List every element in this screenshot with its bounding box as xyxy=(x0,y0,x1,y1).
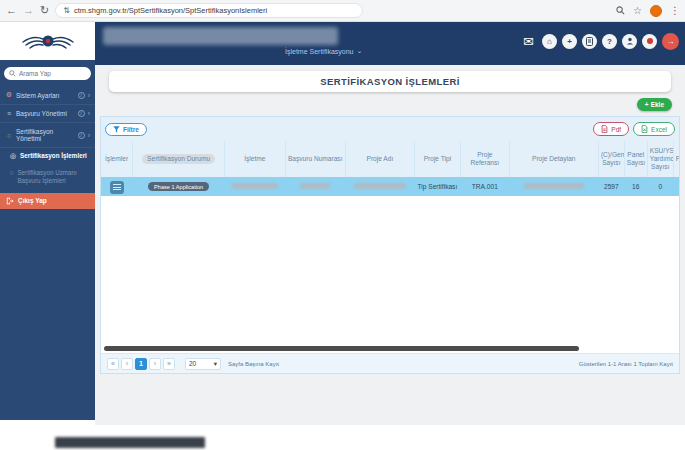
pagination-page-1[interactable]: 1 xyxy=(135,358,147,370)
filter-icon xyxy=(113,126,120,133)
browser-menu-icon[interactable]: ⋮ xyxy=(670,5,679,16)
pagination-last-button[interactable]: » xyxy=(163,358,175,370)
app-header: İşletme Sertifikasyonu ⌄ ✉ ⌂ + ? → xyxy=(0,22,685,60)
col-header-ksu-ysu-sayisi[interactable]: KSU/YSU Yardımcı Sayısı xyxy=(647,141,673,177)
col-header-islemler[interactable]: İşlemler xyxy=(101,141,133,177)
help-button[interactable]: ? xyxy=(602,34,617,49)
cell-ksu-ysu-sayisi: 0 xyxy=(647,177,673,196)
cell-isletme xyxy=(225,177,285,196)
chevron-right-icon: › xyxy=(88,132,90,139)
page-title: SERTİFİKASYON İŞLEMLERİ xyxy=(109,71,671,92)
user-icon xyxy=(626,37,634,45)
sidebar-item-sertifikasyon-yonetimi[interactable]: ○ Sertifikasyon Yönetimi i › xyxy=(0,123,95,148)
header-strip xyxy=(95,60,685,65)
sidebar-subitem-label: Sertifikasyon Uzmanı Başvuru İşlemleri xyxy=(17,169,91,186)
sidebar-item-basvuru-yonetimi[interactable]: ≡ Başvuru Yönetimi i › xyxy=(0,105,95,123)
cell-proje-adi xyxy=(345,177,414,196)
page-size-label: Sayfa Başına Kayıt xyxy=(228,361,279,367)
sidebar-search[interactable] xyxy=(4,67,91,80)
excel-button-label: Excel xyxy=(651,126,667,133)
url-text: ctm.shgm.gov.tr/SptSertifikasyon/SptSert… xyxy=(74,6,267,15)
col-header-c-gene-sayisi[interactable]: (C)/Gene.. Sayısı xyxy=(598,141,624,177)
col-header-proje-adi[interactable]: Proje Adı xyxy=(345,141,414,177)
pagination-prev-button[interactable]: ‹ xyxy=(121,358,133,370)
cell-proje-detaylari xyxy=(509,177,598,196)
caret-down-icon: ▾ xyxy=(214,360,217,368)
search-icon xyxy=(9,70,16,77)
logout-button-header[interactable]: → xyxy=(662,33,679,50)
col-header-proje-tipi[interactable]: Proje Tipi xyxy=(414,141,460,177)
browser-search-icon[interactable] xyxy=(616,6,625,15)
pdf-export-button[interactable]: Pdf xyxy=(593,122,629,136)
row-actions-button[interactable] xyxy=(110,181,124,194)
pagination-first-button[interactable]: « xyxy=(107,358,119,370)
add-button[interactable]: + Ekle xyxy=(637,98,672,111)
logout-button[interactable]: Çıkış Yap xyxy=(0,193,95,209)
redacted-taskbar-fragment xyxy=(55,437,205,448)
sidebar-subitem-label: Sertifikasyon İşlemleri xyxy=(20,152,87,161)
add-button-header[interactable]: + xyxy=(562,34,577,49)
sidebar-item-sistem-ayarlari[interactable]: ⚙ Sistem Ayarları i › xyxy=(0,86,95,105)
cell-proje-referansi: TRA.001 xyxy=(460,177,509,196)
col-header-proje-referansi[interactable]: Proje Referansı xyxy=(460,141,509,177)
reload-icon[interactable]: ↻ xyxy=(40,5,49,16)
sorted-column-pill: Sertifikasyon Durumu xyxy=(142,154,215,164)
browser-profile-avatar[interactable] xyxy=(650,5,662,17)
col-header-sertifikasyon-durumu[interactable]: Sertifikasyon Durumu xyxy=(133,141,225,177)
module-dropdown[interactable]: İşletme Sertifikasyonu ⌄ xyxy=(285,47,362,55)
horizontal-scrollbar[interactable] xyxy=(104,346,579,351)
redacted-value xyxy=(300,183,330,189)
col-header-proje-detaylari[interactable]: Proje Detayları xyxy=(509,141,598,177)
sidebar-item-label: Sertifikasyon Yönetimi xyxy=(16,128,75,142)
page-size-select[interactable]: 20 ▾ xyxy=(185,358,221,370)
table-row[interactable]: Phase 1 Application Tip Sertifikası TRA.… xyxy=(101,177,679,196)
sidebar-subitem-sertifikasyon-islemleri[interactable]: ◎ Sertifikasyon İşlemleri xyxy=(0,148,95,165)
bookmark-star-icon[interactable]: ☆ xyxy=(633,5,642,16)
target-icon: ◎ xyxy=(9,152,17,160)
record-icon xyxy=(647,38,653,44)
redacted-value xyxy=(232,183,278,189)
pagination-bar: « ‹ 1 › » 20 ▾ Sayfa Başına Kayıt Göster… xyxy=(101,353,679,373)
home-button[interactable]: ⌂ xyxy=(542,34,557,49)
info-icon: i xyxy=(78,92,85,99)
cell-c-gene-sayisi: 2597 xyxy=(598,177,624,196)
add-button-label: Ekle xyxy=(651,101,664,108)
list-icon: ≡ xyxy=(5,110,13,117)
redacted-user-info xyxy=(103,27,338,45)
shgm-logo-icon xyxy=(19,29,77,53)
filter-button[interactable]: Filtre xyxy=(105,123,147,136)
chevron-right-icon: › xyxy=(88,92,90,99)
redacted-value xyxy=(354,183,406,189)
records-table: İşlemler Sertifikasyon Durumu İşletme Ba… xyxy=(101,141,679,196)
search-input[interactable] xyxy=(19,70,79,77)
record-button[interactable] xyxy=(642,34,657,49)
cell-status: Phase 1 Application xyxy=(133,177,225,196)
filter-button-label: Filtre xyxy=(123,126,139,133)
mail-icon[interactable]: ✉ xyxy=(523,34,534,49)
col-header-basvuru-numarasi[interactable]: Başvuru Numarası xyxy=(285,141,345,177)
sidebar: ⚙ Sistem Ayarları i › ≡ Başvuru Yönetimi… xyxy=(0,60,95,420)
excel-export-button[interactable]: Excel xyxy=(633,122,675,136)
cell-actions xyxy=(101,177,133,196)
address-bar[interactable]: ⇅ ctm.shgm.gov.tr/SptSertifikasyon/SptSe… xyxy=(55,3,363,18)
table-header-row: İşlemler Sertifikasyon Durumu İşletme Ba… xyxy=(101,141,679,177)
col-header-ps[interactable]: PS xyxy=(673,141,679,177)
records-panel: Filtre Pdf Excel xyxy=(100,116,680,374)
table-toolbar: Filtre Pdf Excel xyxy=(101,117,679,141)
site-info-icon[interactable]: ⇅ xyxy=(63,6,70,15)
sidebar-subitem-uzman-basvuru[interactable]: ○ Sertifikasyon Uzmanı Başvuru İşlemleri xyxy=(0,165,95,190)
info-icon: i xyxy=(78,110,85,117)
col-header-isletme[interactable]: İşletme xyxy=(225,141,285,177)
user-button[interactable] xyxy=(622,34,637,49)
report-button[interactable] xyxy=(582,34,597,49)
status-badge: Phase 1 Application xyxy=(148,182,209,191)
forward-icon[interactable]: → xyxy=(23,5,34,16)
shgm-logo xyxy=(0,22,95,60)
horizontal-scroll-zone xyxy=(101,344,679,353)
col-header-panel-sayisi[interactable]: Panel Sayısı xyxy=(624,141,647,177)
cell-ps xyxy=(673,177,679,196)
info-icon: i xyxy=(78,132,85,139)
back-icon[interactable]: ← xyxy=(6,5,17,16)
record-count-summary: Gösterilen 1-1 Arası 1 Toplam Kayıt xyxy=(579,361,673,367)
pagination-next-button[interactable]: › xyxy=(149,358,161,370)
